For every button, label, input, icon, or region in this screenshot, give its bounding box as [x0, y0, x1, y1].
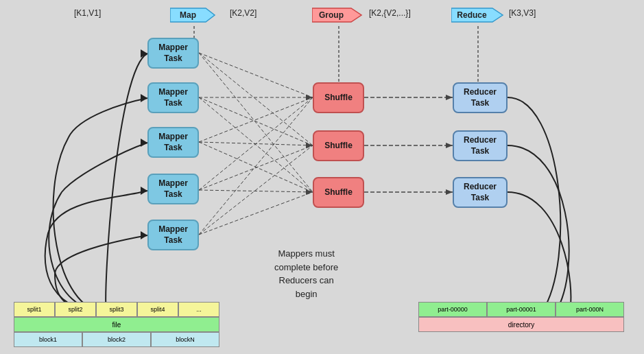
mappers-note: Mappers mustcomplete beforeReducers canb… — [274, 247, 338, 300]
svg-line-13 — [199, 97, 313, 192]
svg-marker-6 — [141, 231, 147, 239]
svg-line-22 — [199, 192, 313, 235]
diagram: [K1,V1] Map [K2,V2] Group [K2,{V2,...}] … — [0, 0, 644, 354]
reducer-task-3: ReducerTask — [453, 177, 508, 208]
reducer-task-2: ReducerTask — [453, 130, 508, 161]
k2v2-label: [K2,V2] — [230, 8, 257, 18]
svg-marker-24 — [306, 143, 313, 148]
svg-line-17 — [199, 97, 313, 190]
svg-line-15 — [199, 142, 313, 145]
svg-marker-29 — [446, 95, 453, 100]
svg-line-10 — [199, 53, 313, 192]
svg-marker-4 — [141, 139, 147, 147]
svg-marker-30 — [446, 143, 453, 148]
svg-line-16 — [199, 142, 313, 192]
svg-marker-31 — [446, 189, 453, 195]
svg-line-9 — [199, 53, 313, 145]
svg-text:Reduce: Reduce — [457, 10, 487, 20]
mapper-task-3: MapperTask — [147, 127, 199, 158]
svg-marker-3 — [141, 94, 147, 102]
mapper-task-2: MapperTask — [147, 82, 199, 113]
k1v1-label: [K1,V1] — [74, 8, 101, 18]
svg-marker-7 — [141, 49, 147, 58]
shuffle-2: Shuffle — [313, 130, 364, 161]
svg-line-20 — [199, 97, 313, 235]
svg-line-12 — [199, 97, 313, 145]
input-table: split1 split2 split3 split4 ... file blo… — [14, 302, 219, 347]
svg-line-8 — [199, 53, 313, 97]
svg-marker-23 — [306, 95, 313, 100]
shuffle-1: Shuffle — [313, 82, 364, 113]
svg-marker-25 — [306, 189, 313, 195]
mapper-task-5: MapperTask — [147, 220, 199, 250]
shuffle-3: Shuffle — [313, 177, 364, 208]
reducer-task-1: ReducerTask — [453, 82, 508, 113]
svg-line-18 — [199, 145, 313, 190]
map-arrow: Map — [170, 5, 218, 27]
k2v2group-label: [K2,{V2,...}] — [369, 8, 411, 18]
k3v3-label: [K3,V3] — [509, 8, 536, 18]
svg-text:Group: Group — [319, 10, 344, 20]
svg-line-14 — [199, 97, 313, 142]
svg-line-21 — [199, 145, 313, 235]
output-table: part-00000 part-00001 part-000N director… — [418, 302, 624, 332]
svg-text:Map: Map — [180, 10, 196, 20]
mapper-task-1: MapperTask — [147, 38, 199, 69]
svg-line-19 — [199, 190, 313, 192]
mapper-task-4: MapperTask — [147, 174, 199, 204]
reduce-arrow: Reduce — [451, 5, 505, 27]
svg-marker-5 — [141, 187, 147, 195]
group-arrow: Group — [312, 5, 363, 27]
